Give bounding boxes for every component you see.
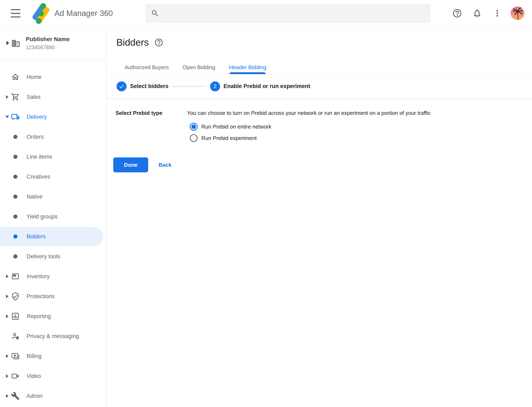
radio-run-prebid-experiment[interactable]: Run Prebid experiment xyxy=(190,134,257,142)
step-2[interactable]: 2 Enable Prebid or run experiment xyxy=(210,81,310,91)
sidebar-item-label: Billing xyxy=(27,353,41,360)
notifications-button[interactable] xyxy=(472,8,482,18)
step-1-completed-icon xyxy=(117,81,127,91)
bullet-icon xyxy=(11,232,20,241)
step-1[interactable]: Select bidders xyxy=(117,81,169,91)
stepper: Select bidders 2 Enable Prebid or run ex… xyxy=(106,74,532,99)
global-search[interactable] xyxy=(145,4,431,23)
sidebar-item-label: Video xyxy=(27,373,41,379)
person-shield-icon xyxy=(11,332,20,341)
sidebar-item-label: Creatives xyxy=(27,174,50,180)
form-field-description: You can choose to turn on Prebid across … xyxy=(187,110,431,116)
publisher-selector[interactable]: Publisher Name 1234567890 xyxy=(0,27,106,60)
sidebar-item-bidders[interactable]: Bidders xyxy=(0,227,106,246)
truck-icon xyxy=(11,112,20,121)
sidebar-item-inventory[interactable]: Inventory xyxy=(0,266,106,286)
shield-check-icon xyxy=(11,292,20,301)
sidebar-item-label: Bidders xyxy=(27,233,46,240)
step-1-label: Select bidders xyxy=(130,83,169,89)
publisher-name: Publisher Name xyxy=(26,36,70,43)
caret-slot xyxy=(5,394,9,398)
caret-slot xyxy=(5,274,9,278)
sidebar-item-label: Native xyxy=(27,194,43,200)
bullet-icon xyxy=(11,252,20,261)
sidebar-nav: HomeSalesDeliveryOrdersLine itemsCreativ… xyxy=(0,67,106,406)
video-camera-icon xyxy=(11,371,20,381)
app-title: Ad Manager 360 xyxy=(55,0,113,27)
sidebar-item-label: Delivery xyxy=(27,114,47,120)
tab-header-bidding[interactable]: Header Bidding xyxy=(229,61,266,74)
sidebar-item-label: Yield groups xyxy=(27,213,57,220)
chevron-right-icon xyxy=(6,294,8,298)
sidebar-item-yield-groups[interactable]: Yield groups xyxy=(0,207,106,227)
search-icon xyxy=(151,9,159,17)
sidebar-item-video[interactable]: Video xyxy=(0,366,106,386)
radio-option-label: Run Prebid experiment xyxy=(201,135,257,141)
sidebar-item-admin[interactable]: Admin xyxy=(0,386,106,406)
help-icon xyxy=(154,38,163,47)
sidebar-item-orders[interactable]: Orders xyxy=(0,127,106,147)
tab-open-bidding[interactable]: Open Bidding xyxy=(182,61,215,74)
menu-button[interactable] xyxy=(11,9,20,17)
radio-run-prebid-on-entire-network[interactable]: Run Prebid on entire network xyxy=(190,123,271,131)
step-connector xyxy=(172,86,205,86)
home-icon xyxy=(11,72,20,82)
radio-selected-icon[interactable] xyxy=(190,123,198,131)
chevron-right-icon xyxy=(6,394,8,398)
chevron-right-icon xyxy=(6,274,8,278)
bell-icon xyxy=(472,8,482,18)
main-content: Bidders Authorized BuyersOpen BiddingHea… xyxy=(106,27,532,407)
sidebar-item-reporting[interactable]: Reporting xyxy=(0,306,106,326)
sidebar-item-label: Admin xyxy=(27,393,43,399)
sidebar-item-creatives[interactable]: Creatives xyxy=(0,167,106,187)
tab-bar: Authorized BuyersOpen BiddingHeader Bidd… xyxy=(106,61,532,74)
sidebar-item-line-items[interactable]: Line items xyxy=(0,147,106,167)
wrench-icon xyxy=(11,391,20,400)
caret-slot xyxy=(5,314,9,318)
more-vert-icon xyxy=(492,8,502,18)
step-2-number: 2 xyxy=(210,81,220,91)
page-help-button[interactable] xyxy=(154,38,163,47)
account-avatar[interactable] xyxy=(511,7,524,20)
chevron-right-icon xyxy=(7,41,9,45)
sidebar-item-home[interactable]: Home xyxy=(0,67,106,87)
done-button[interactable]: Done xyxy=(113,157,148,172)
bullet-icon xyxy=(11,192,20,201)
sidebar-item-protections[interactable]: Protections xyxy=(0,286,106,306)
sidebar-item-label: Privacy & messaging xyxy=(27,333,79,339)
ad-manager-logo-icon xyxy=(30,3,52,24)
form-field-label: Select Prebid type xyxy=(116,110,162,116)
bullet-icon xyxy=(11,152,20,161)
hamburger-icon xyxy=(11,9,20,10)
radio-option-label: Run Prebid on entire network xyxy=(201,124,271,130)
back-button[interactable]: Back xyxy=(156,157,174,172)
sidebar-item-native[interactable]: Native xyxy=(0,187,106,207)
caret-slot xyxy=(5,354,9,358)
caret-slot xyxy=(5,95,9,99)
bullet-icon xyxy=(11,132,20,141)
cart-icon xyxy=(11,92,20,102)
sidebar-item-label: Home xyxy=(27,74,41,80)
sidebar-item-privacy-messaging[interactable]: Privacy & messaging xyxy=(0,326,106,346)
caret-slot xyxy=(5,116,9,118)
building-icon xyxy=(11,39,20,48)
sidebar-item-delivery-tools[interactable]: Delivery tools xyxy=(0,246,106,266)
chevron-right-icon xyxy=(6,354,8,358)
radio-unselected-icon[interactable] xyxy=(190,134,198,142)
inventory-icon xyxy=(11,272,20,281)
sidebar-item-delivery[interactable]: Delivery xyxy=(0,107,106,127)
help-button[interactable] xyxy=(452,8,462,18)
more-options-button[interactable] xyxy=(492,8,502,18)
page-title-row: Bidders xyxy=(116,37,163,48)
sidebar: Publisher Name 1234567890 HomeSalesDeliv… xyxy=(0,27,106,407)
app-header: Ad Manager 360 xyxy=(0,0,532,27)
sidebar-item-sales[interactable]: Sales xyxy=(0,87,106,107)
sidebar-item-billing[interactable]: Billing xyxy=(0,346,106,366)
search-input[interactable] xyxy=(163,10,425,17)
page-title: Bidders xyxy=(116,37,149,48)
sidebar-item-label: Line items xyxy=(27,154,52,160)
tab-authorized-buyers[interactable]: Authorized Buyers xyxy=(125,61,169,74)
bar-chart-icon xyxy=(11,312,20,321)
palm-tree-image xyxy=(511,7,524,20)
help-icon xyxy=(452,8,462,18)
